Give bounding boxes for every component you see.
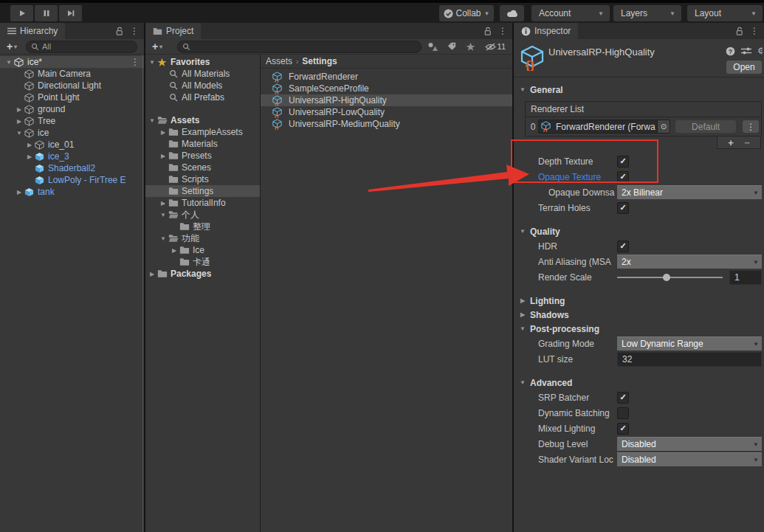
asset-row[interactable]: {}ForwardRenderer — [261, 71, 512, 83]
foldout-closed-icon[interactable]: ▶ — [15, 118, 24, 125]
hierarchy-row[interactable]: LowPoly - FirTree E — [0, 174, 144, 186]
foldout-open-icon[interactable]: ▼ — [148, 117, 156, 124]
project-tree-row[interactable]: ▶ExampleAssets — [145, 126, 260, 138]
layers-dropdown[interactable]: Layers ▼ — [613, 5, 681, 21]
checkbox[interactable]: ✓ — [617, 202, 629, 214]
foldout-closed-icon[interactable]: ▶ — [15, 189, 24, 196]
foldout-open-icon[interactable]: ▼ — [4, 59, 13, 66]
section-header-general[interactable]: ▼General — [514, 83, 764, 97]
hierarchy-row[interactable]: ▶ground — [0, 103, 144, 115]
open-button[interactable]: Open — [726, 61, 762, 74]
presets-icon[interactable] — [741, 46, 751, 55]
foldout-open-icon[interactable]: ▼ — [518, 228, 527, 235]
renderer-menu-button[interactable]: ⋮ — [743, 120, 759, 133]
section-header-advanced[interactable]: ▼Advanced — [514, 376, 764, 390]
checkbox[interactable]: ✓ — [617, 423, 629, 435]
hierarchy-scrollbar[interactable] — [142, 55, 143, 532]
field-label[interactable]: Opaque Texture — [538, 172, 617, 182]
checkbox[interactable] — [617, 407, 629, 419]
slider-track[interactable] — [617, 277, 723, 278]
lock-icon[interactable] — [115, 27, 123, 36]
project-tree-row[interactable]: ▶Ice — [145, 244, 260, 256]
remove-renderer-button[interactable]: − — [744, 137, 750, 148]
hierarchy-row[interactable]: ▶tank — [0, 186, 144, 198]
project-tree-row[interactable]: ▶Presets — [145, 150, 260, 162]
section-header-lighting[interactable]: ▶Lighting — [514, 294, 764, 308]
section-header-shadows[interactable]: ▶Shadows — [514, 308, 764, 322]
tab-project[interactable]: Project — [145, 23, 201, 39]
foldout-closed-icon[interactable]: ▶ — [518, 311, 527, 318]
checkbox[interactable]: ✓ — [617, 156, 629, 167]
project-tree-row[interactable]: 整理 — [145, 221, 260, 232]
project-tree-row[interactable]: ▼个人 — [145, 209, 260, 221]
favorites-star-icon[interactable] — [466, 42, 475, 52]
tab-inspector[interactable]: Inspector — [514, 23, 578, 39]
section-header-quality[interactable]: ▼Quality — [514, 224, 764, 238]
project-tree-row[interactable]: Scenes — [145, 162, 260, 173]
dropdown[interactable]: Disabled▼ — [617, 452, 762, 466]
asset-row[interactable]: {}UniversalRP-MediumQuality — [261, 118, 512, 130]
pause-button[interactable] — [35, 5, 58, 21]
text-field[interactable]: 32 — [617, 352, 762, 367]
foldout-open-icon[interactable]: ▼ — [518, 325, 527, 332]
search-by-type-icon[interactable] — [427, 42, 438, 52]
foldout-open-icon[interactable]: ▼ — [159, 235, 168, 242]
play-button[interactable] — [10, 5, 33, 21]
foldout-closed-icon[interactable]: ▶ — [25, 153, 34, 160]
project-tree-row[interactable]: Materials — [145, 138, 260, 150]
dropdown[interactable]: 2x▼ — [617, 255, 762, 269]
search-by-label-icon[interactable] — [447, 42, 456, 51]
dropdown[interactable]: 2x Bilinear▼ — [617, 185, 762, 199]
step-button[interactable] — [59, 5, 82, 21]
project-tree-row[interactable]: ▶Packages — [145, 268, 260, 280]
asset-row[interactable]: {}UniversalRP-LowQuality — [261, 106, 512, 118]
hierarchy-row[interactable]: ▶ice_3 — [0, 151, 144, 162]
project-tree-row[interactable]: All Prefabs — [145, 91, 260, 103]
object-picker-icon[interactable]: ⊙ — [657, 120, 670, 133]
foldout-closed-icon[interactable]: ▶ — [518, 297, 527, 304]
hierarchy-row[interactable]: ▼ice — [0, 127, 144, 139]
foldout-open-icon[interactable]: ▼ — [15, 130, 24, 137]
hierarchy-search-input[interactable]: All — [26, 41, 137, 53]
hierarchy-row[interactable]: Point Light — [0, 91, 144, 103]
dropdown[interactable]: Low Dynamic Range▼ — [617, 336, 762, 350]
breadcrumb-current[interactable]: Settings — [302, 56, 337, 66]
hidden-count-button[interactable]: 11 — [485, 42, 506, 51]
panel-menu-icon[interactable]: ⋮ — [130, 26, 139, 36]
project-tree-row[interactable]: All Models — [145, 80, 260, 91]
hierarchy-row[interactable]: Main Camera — [0, 68, 144, 80]
asset-row[interactable]: {}SampleSceneProfile — [261, 83, 512, 94]
foldout-closed-icon[interactable]: ▶ — [170, 247, 179, 254]
set-default-button[interactable]: Default — [675, 120, 737, 133]
slider-handle[interactable] — [663, 274, 670, 281]
foldout-open-icon[interactable]: ▼ — [148, 59, 156, 66]
lock-icon[interactable] — [483, 27, 492, 36]
gear-icon[interactable]: ⚙ — [757, 46, 763, 56]
foldout-open-icon[interactable]: ▼ — [159, 212, 168, 218]
renderer-object-field[interactable]: {}ForwardRenderer (Forwar⊙ — [538, 120, 670, 134]
foldout-closed-icon[interactable]: ▶ — [25, 142, 34, 148]
layout-dropdown[interactable]: Layout ▼ — [687, 5, 763, 21]
project-tree-row[interactable]: Scripts — [145, 173, 260, 185]
panel-menu-icon[interactable]: ⋮ — [498, 26, 507, 36]
hierarchy-scene-row[interactable]: ▼ice*⋮ — [0, 56, 144, 68]
foldout-closed-icon[interactable]: ▶ — [159, 129, 168, 136]
project-tree-row[interactable]: Settings — [145, 185, 260, 197]
foldout-closed-icon[interactable]: ▶ — [159, 153, 168, 159]
asset-row[interactable]: {}UniversalRP-HighQuality — [261, 94, 512, 106]
checkbox[interactable]: ✓ — [617, 392, 629, 404]
foldout-open-icon[interactable]: ▼ — [518, 86, 527, 93]
foldout-closed-icon[interactable]: ▶ — [148, 271, 156, 277]
project-tree-row[interactable]: All Materials — [145, 68, 260, 80]
hierarchy-row[interactable]: ▶Tree — [0, 115, 144, 127]
renderer-list-row[interactable]: 0{}ForwardRenderer (Forwar⊙Default⋮ — [526, 117, 761, 136]
project-tree-row[interactable]: ▶TutorialInfo — [145, 197, 260, 209]
checkbox[interactable]: ✓ — [617, 171, 629, 183]
hierarchy-row[interactable]: Shaderball2 — [0, 162, 144, 174]
tab-hierarchy[interactable]: Hierarchy — [0, 23, 65, 39]
lock-icon[interactable] — [735, 27, 743, 36]
hierarchy-row[interactable]: Directional Light — [0, 80, 144, 91]
cloud-button[interactable] — [500, 5, 524, 21]
add-renderer-button[interactable]: + — [728, 137, 734, 148]
project-tree-row[interactable]: 卡通 — [145, 256, 260, 268]
